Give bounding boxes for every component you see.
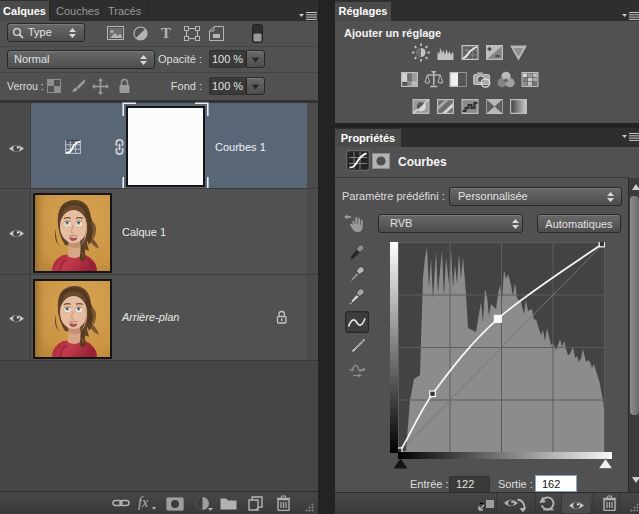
svg-text:fx: fx (138, 495, 149, 510)
svg-text:T: T (161, 26, 171, 40)
